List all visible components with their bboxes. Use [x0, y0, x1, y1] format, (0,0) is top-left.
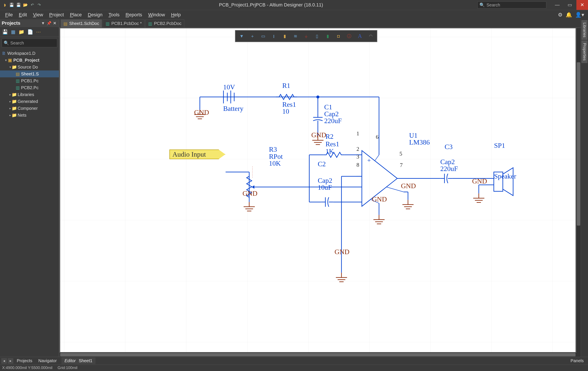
- tree-source-folder[interactable]: ▾ 📁 Source Do: [0, 64, 59, 70]
- folder-icon: 📁: [12, 112, 17, 118]
- proj-options-icon[interactable]: ⋯: [36, 29, 41, 35]
- projects-toolbar: 💾 ▦ 📁 📄 ⋯: [0, 27, 59, 37]
- tree-workspace[interactable]: 🗎 Workspace1.D: [0, 50, 59, 57]
- menu-window[interactable]: Window: [145, 12, 168, 18]
- sheet-label[interactable]: Sheet1: [79, 358, 92, 363]
- battery-voltage[interactable]: 10V: [223, 83, 235, 91]
- menu-reports[interactable]: Reports: [123, 12, 145, 18]
- sp1-type[interactable]: Speaker: [494, 172, 516, 180]
- tree-libraries-folder[interactable]: ▸ 📁 Libraries: [0, 91, 59, 98]
- caret-right-icon: ▸: [9, 107, 12, 110]
- filter-icon[interactable]: ▼: [237, 32, 247, 40]
- tree-project[interactable]: ▾ ▣ PCB_Project: [0, 57, 59, 64]
- proj-compile-icon[interactable]: ▦: [11, 29, 15, 35]
- proj-add-folder-icon[interactable]: 📁: [19, 29, 24, 35]
- undo-icon[interactable]: ↶: [30, 2, 35, 8]
- battery-name[interactable]: Battery: [223, 105, 243, 112]
- user-icon[interactable]: 👤▾: [575, 12, 584, 18]
- editor-area: ▤ Sheet1.SchDoc ▥ PCB1.PcbDoc * ▥ PCB2.P…: [59, 19, 581, 357]
- menu-file[interactable]: File: [2, 12, 16, 18]
- save-all-icon[interactable]: 💾: [16, 2, 21, 8]
- tree-components-folder[interactable]: ▸ 📁 Componer: [0, 105, 59, 112]
- tree-file-sheet1[interactable]: ▤ Sheet1.S: [0, 70, 59, 77]
- redo-icon[interactable]: ↷: [37, 2, 42, 8]
- c2-val[interactable]: 10uF: [318, 183, 332, 191]
- minimize-button[interactable]: —: [551, 0, 563, 10]
- menu-tools[interactable]: Tools: [105, 12, 123, 18]
- menu-project[interactable]: Project: [46, 12, 67, 18]
- menu-help[interactable]: Help: [168, 12, 184, 18]
- tab-pcb2[interactable]: ▥ PCB2.PcbDoc: [145, 19, 184, 28]
- nav-prev-icon[interactable]: ◂: [1, 358, 7, 364]
- search-icon: 🔍: [4, 40, 9, 46]
- scroll-thumb[interactable]: [60, 353, 576, 356]
- r2-type[interactable]: Res1: [326, 140, 339, 148]
- close-button[interactable]: ✕: [576, 0, 588, 10]
- scrollbar-vertical[interactable]: [576, 28, 581, 357]
- tree-file-pcb1[interactable]: ▥ PCB1.Pc: [0, 77, 59, 84]
- place-rect-icon[interactable]: ▭: [258, 32, 268, 40]
- gnd-label: GND: [472, 177, 487, 185]
- panel-close-icon[interactable]: ✕: [52, 21, 57, 26]
- tab-pcb1[interactable]: ▥ PCB1.PcbDoc *: [103, 19, 145, 28]
- r3-val[interactable]: 10K: [269, 159, 281, 167]
- projects-search[interactable]: 🔍 Search: [2, 39, 57, 47]
- menu-edit[interactable]: Edit: [16, 12, 30, 18]
- directive-icon[interactable]: ◘: [334, 32, 343, 40]
- proj-add-doc-icon[interactable]: 📄: [27, 29, 33, 35]
- nav-next-icon[interactable]: ▸: [8, 358, 13, 364]
- u1-type[interactable]: LM386: [409, 138, 430, 146]
- menu-view[interactable]: View: [30, 12, 46, 18]
- dock-tab-libraries[interactable]: Libraries: [582, 20, 587, 40]
- search-icon: 🔍: [479, 2, 485, 8]
- schdoc-icon: ▤: [63, 21, 67, 26]
- c2-ref[interactable]: C2: [318, 160, 326, 168]
- menu-design[interactable]: Design: [85, 12, 105, 18]
- save-icon[interactable]: 💾: [9, 2, 14, 8]
- menu-bar: File Edit View Project Place Design Tool…: [0, 10, 588, 19]
- net-icon[interactable]: ≋: [290, 32, 300, 40]
- r2-ref[interactable]: R2: [326, 132, 334, 140]
- sp1-ref[interactable]: SP1: [494, 141, 505, 150]
- schematic-canvas[interactable]: 10V Battery GND R1 Res1 10 C1 Cap2 220uF…: [59, 28, 576, 352]
- bottomtab-navigator[interactable]: Navigator: [36, 358, 59, 364]
- settings-icon[interactable]: ⚙: [558, 12, 563, 18]
- tree-file-pcb2[interactable]: ▥ PCB2.Pc: [0, 84, 59, 91]
- scroll-thumb[interactable]: [577, 62, 580, 226]
- bottomtab-projects[interactable]: Projects: [14, 358, 35, 364]
- menu-place[interactable]: Place: [67, 12, 85, 18]
- harness-icon[interactable]: ▯: [312, 32, 322, 40]
- r1-val[interactable]: 10: [282, 107, 289, 115]
- panel-pin-icon[interactable]: 📌: [46, 21, 52, 26]
- notifications-icon[interactable]: 🔔: [566, 12, 572, 18]
- bus-icon[interactable]: ▮: [280, 32, 290, 40]
- scrollbar-horizontal[interactable]: [59, 352, 576, 357]
- c1-val[interactable]: 220uF: [324, 117, 342, 125]
- text-icon[interactable]: A: [355, 32, 365, 40]
- global-search[interactable]: 🔍 Search: [477, 1, 546, 8]
- r1-ref[interactable]: R1: [282, 82, 290, 90]
- tree-generated-folder[interactable]: ▸ 📁 Generated: [0, 98, 59, 105]
- panels-button[interactable]: Panels: [567, 358, 587, 364]
- editor-label: Editor: [64, 358, 76, 363]
- dock-tab-properties[interactable]: Properties: [582, 40, 587, 63]
- svg-marker-49: [252, 185, 254, 189]
- panel-dropdown-icon[interactable]: ▼: [40, 21, 46, 26]
- open-icon[interactable]: 📂: [23, 2, 28, 8]
- r2-val[interactable]: 1K: [326, 147, 334, 155]
- c3-val[interactable]: 220uF: [440, 165, 458, 173]
- info-icon[interactable]: ⓘ: [344, 32, 354, 40]
- c3-ref[interactable]: C3: [445, 143, 452, 151]
- align-icon[interactable]: ⫿: [269, 32, 279, 40]
- caret-right-icon: ▸: [9, 93, 12, 96]
- r3-ref[interactable]: R3: [269, 145, 277, 153]
- tree-nets-folder[interactable]: ▸ 📁 Nets: [0, 112, 59, 119]
- power-icon[interactable]: ⏚: [301, 32, 311, 40]
- sheet-icon[interactable]: ▮: [323, 32, 333, 40]
- maximize-button[interactable]: ▭: [564, 0, 576, 10]
- tab-sheet1[interactable]: ▤ Sheet1.SchDoc: [61, 19, 102, 28]
- proj-save-icon[interactable]: 💾: [2, 29, 8, 35]
- place-cross-icon[interactable]: ＋: [247, 32, 257, 40]
- audio-input-port[interactable]: Audio Input: [169, 150, 225, 159]
- arc-icon[interactable]: ◠: [366, 32, 376, 40]
